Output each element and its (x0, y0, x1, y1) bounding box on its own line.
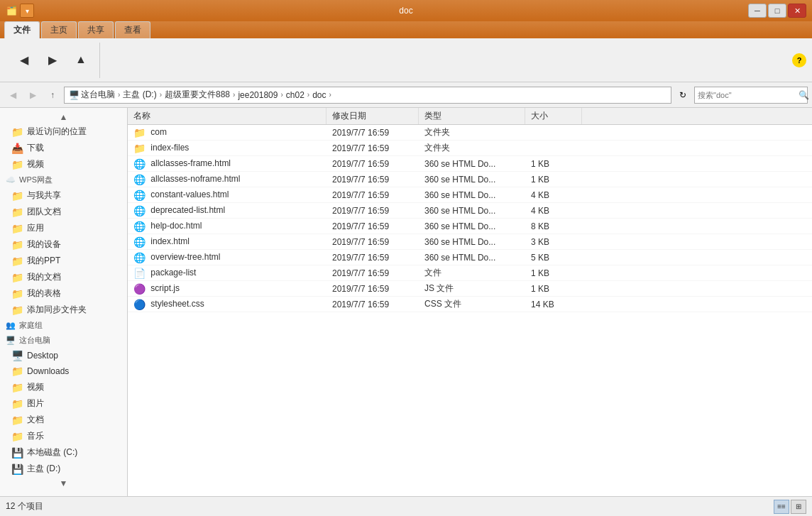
quick-access-button[interactable]: ▾ (20, 4, 34, 18)
file-icon-1: 📄 (133, 268, 146, 279)
file-row-allclasses-noframe[interactable]: 🌐 allclasses-noframe.html 2019/7/7 16:59… (128, 172, 812, 187)
html-icon-3: 🌐 (133, 190, 146, 201)
nav-group: ◀ ▶ ▲ (6, 43, 100, 78)
sidebar-item-apps[interactable]: 📁 应用 (0, 220, 127, 236)
sidebar-item-downloads[interactable]: 📥 下载 (0, 140, 127, 156)
this-pc-icon: 🖥️ (6, 336, 16, 345)
sep-4: › (280, 91, 282, 99)
forward-button[interactable]: ▶ (40, 50, 65, 70)
recent-icon: 📁 (11, 126, 23, 138)
back-button[interactable]: ◀ (11, 50, 37, 70)
sidebar-scroll-down[interactable]: ▼ (0, 477, 127, 490)
file-row-overview-tree[interactable]: 🌐 overview-tree.html 2019/7/7 16:59 360 … (128, 250, 812, 265)
breadcrumb-computer[interactable]: 🖥️ 这台电脑 (69, 89, 115, 101)
sidebar-item-pictures[interactable]: 📁 图片 (0, 395, 127, 412)
tab-file[interactable]: 文件 (4, 21, 40, 38)
help-button[interactable]: ? (792, 53, 806, 67)
title-bar-left: 🗂️ ▾ (6, 4, 34, 18)
forward-icon: ▶ (48, 53, 57, 67)
sync-icon: 📁 (11, 304, 23, 316)
address-path[interactable]: 🖥️ 这台电脑 › 主盘 (D:) › 超级重要文件888 › jee20180… (64, 87, 671, 104)
sep-6: › (329, 91, 331, 99)
sidebar-item-add-sync[interactable]: 📁 添加同步文件夹 (0, 302, 127, 318)
sidebar-item-drive-d[interactable]: 💾 主盘 (D:) (0, 461, 127, 477)
sidebar-item-shared-with-me[interactable]: 📁 与我共享 (0, 187, 127, 204)
html-icon-7: 🌐 (133, 252, 146, 263)
shared-icon: 📁 (11, 190, 23, 202)
drive-c-icon: 💾 (11, 447, 23, 459)
item-count: 12 个项目 (6, 500, 43, 512)
js-icon: 🟣 (133, 283, 146, 295)
tab-home[interactable]: 主页 (41, 21, 77, 38)
file-row-allclasses-frame[interactable]: 🌐 allclasses-frame.html 2019/7/7 16:59 3… (128, 156, 812, 172)
sidebar-item-videos-folder[interactable]: 📁 视频 (0, 379, 127, 395)
folder-index-files-icon: 📁 (133, 143, 146, 154)
pictures-icon: 📁 (11, 398, 23, 410)
view-grid-button[interactable]: ⊞ (791, 500, 806, 514)
sidebar-scroll-up[interactable]: ▲ (0, 111, 127, 123)
sidebar-item-team-docs[interactable]: 📁 团队文档 (0, 204, 127, 220)
sidebar-item-my-ppt[interactable]: 📁 我的PPT (0, 253, 127, 269)
ppt-icon: 📁 (11, 256, 23, 267)
breadcrumb-folder3[interactable]: ch02 (286, 90, 304, 100)
file-row-constant-values[interactable]: 🌐 constant-values.html 2019/7/7 16:59 36… (128, 187, 812, 203)
sidebar-item-documents[interactable]: 📁 文档 (0, 412, 127, 428)
sidebar: ▲ 📁 最近访问的位置 📥 下载 📁 视频 ☁️ WPS网盘 📁 与我共享 📁 … (0, 108, 128, 496)
breadcrumb-folder2[interactable]: jee201809 (238, 90, 278, 100)
up-button[interactable]: ▲ (68, 50, 94, 70)
desktop-icon: 🖥️ (11, 350, 23, 361)
search-box[interactable]: 🔍 (694, 87, 808, 104)
sidebar-section-wps: ☁️ WPS网盘 (0, 172, 127, 187)
sidebar-item-recent-locations[interactable]: 📁 最近访问的位置 (0, 123, 127, 140)
file-row-stylesheet[interactable]: 🔵 stylesheet.css 2019/7/7 16:59 CSS 文件 1… (128, 297, 812, 312)
window-title: doc (399, 6, 412, 16)
sidebar-item-videos[interactable]: 📁 视频 (0, 156, 127, 172)
breadcrumb-folder4[interactable]: doc (312, 90, 326, 100)
html-icon-6: 🌐 (133, 236, 146, 248)
downloads-icon: 📥 (11, 143, 23, 154)
breadcrumb-folder1[interactable]: 超级重要文件888 (165, 89, 230, 101)
tab-view[interactable]: 查看 (115, 21, 150, 38)
sidebar-item-desktop[interactable]: 🖥️ Desktop (0, 348, 127, 363)
minimize-button[interactable]: ─ (748, 4, 767, 18)
col-header-date[interactable]: 修改日期 (327, 108, 419, 124)
up-nav-button[interactable]: ↑ (44, 87, 61, 104)
file-row-package-list[interactable]: 📄 package-list 2019/7/7 16:59 文件 1 KB (128, 265, 812, 281)
sep-1: › (118, 91, 120, 99)
close-button[interactable]: ✕ (788, 4, 806, 18)
sidebar-item-my-devices[interactable]: 📁 我的设备 (0, 236, 127, 253)
file-row-script[interactable]: 🟣 script.js 2019/7/7 16:59 JS 文件 1 KB (128, 281, 812, 297)
sep-3: › (233, 91, 235, 99)
sidebar-item-downloads-folder[interactable]: 📁 Downloads (0, 363, 127, 379)
refresh-button[interactable]: ↻ (674, 87, 691, 104)
sep-5: › (307, 91, 309, 99)
file-row-help-doc[interactable]: 🌐 help-doc.html 2019/7/7 16:59 360 se HT… (128, 219, 812, 234)
col-header-size[interactable]: 大小 (525, 108, 582, 124)
file-row-deprecated-list[interactable]: 🌐 deprecated-list.html 2019/7/7 16:59 36… (128, 203, 812, 219)
status-bar: 12 个项目 ≡≡ ⊞ (0, 496, 812, 516)
file-date-index-files: 2019/7/7 16:59 (327, 143, 419, 153)
view-list-button[interactable]: ≡≡ (774, 500, 789, 514)
file-row-index[interactable]: 🌐 index.html 2019/7/7 16:59 360 se HTML … (128, 234, 812, 250)
file-row-com[interactable]: 📁 com 2019/7/7 16:59 文件夹 (128, 125, 812, 141)
tab-share[interactable]: 共享 (78, 21, 114, 38)
documents-icon: 📁 (11, 415, 23, 426)
file-date-com: 2019/7/7 16:59 (327, 128, 419, 138)
sidebar-item-music[interactable]: 📁 音乐 (0, 428, 127, 444)
sidebar-item-drive-c[interactable]: 💾 本地磁盘 (C:) (0, 444, 127, 461)
col-header-type[interactable]: 类型 (419, 108, 525, 124)
breadcrumb-drive[interactable]: 主盘 (D:) (123, 89, 156, 101)
sidebar-item-my-tables[interactable]: 📁 我的表格 (0, 285, 127, 302)
downloads-folder-icon: 📁 (11, 366, 23, 377)
mydocs-icon: 📁 (11, 272, 23, 283)
address-bar: ◀ ▶ ↑ 🖥️ 这台电脑 › 主盘 (D:) › 超级重要文件888 › je… (0, 82, 812, 108)
search-input[interactable] (698, 91, 796, 99)
file-list: 📁 com 2019/7/7 16:59 文件夹 📁 index-files 2… (128, 125, 812, 496)
forward-nav-button[interactable]: ▶ (24, 87, 41, 104)
html-icon-1: 🌐 (133, 158, 146, 170)
file-row-index-files[interactable]: 📁 index-files 2019/7/7 16:59 文件夹 (128, 141, 812, 156)
maximize-button[interactable]: □ (768, 4, 786, 18)
back-nav-button[interactable]: ◀ (4, 87, 21, 104)
sidebar-item-my-docs[interactable]: 📁 我的文档 (0, 269, 127, 285)
col-header-name[interactable]: 名称 (128, 108, 327, 124)
